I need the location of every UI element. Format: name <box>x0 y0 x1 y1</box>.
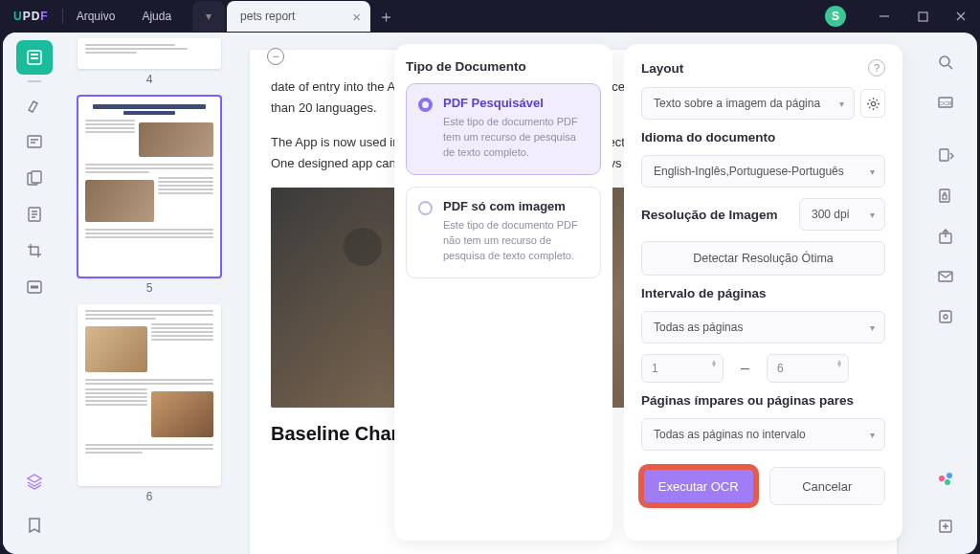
search-icon[interactable] <box>929 46 962 78</box>
close-window-button[interactable] <box>942 3 980 30</box>
svg-point-23 <box>871 101 875 105</box>
gear-icon[interactable] <box>860 89 885 118</box>
svg-point-21 <box>945 479 950 485</box>
tab-title: pets report <box>240 10 295 23</box>
workspace: 4 5 6 − date of entry into the App Store… <box>3 33 977 554</box>
svg-rect-4 <box>28 136 41 147</box>
option-title: PDF só com imagem <box>443 199 587 213</box>
thumbnails-icon[interactable] <box>16 40 53 75</box>
maximize-button[interactable] <box>903 3 942 30</box>
radio-icon <box>418 98 433 112</box>
help-icon[interactable]: ? <box>868 59 885 77</box>
bookmark-icon[interactable] <box>16 508 53 543</box>
ocr-settings-column: Layout ? Texto sobre a imagem da página … <box>624 44 902 541</box>
language-label: Idioma do documento <box>641 130 885 144</box>
share-icon[interactable] <box>929 220 962 253</box>
ocr-doctype-column: Tipo de Documento PDF Pesquisável Este t… <box>394 44 612 541</box>
parity-label: Páginas ímpares ou páginas pares <box>641 393 885 408</box>
page-from-input[interactable]: 1 <box>641 354 724 383</box>
highlighter-icon[interactable] <box>16 88 53 122</box>
layers-icon[interactable] <box>16 464 53 499</box>
cancel-button[interactable]: Cancelar <box>769 467 886 505</box>
left-tool-rail <box>3 33 66 554</box>
page-to-input[interactable]: 6 <box>767 354 849 383</box>
pagerange-label: Intervalo de páginas <box>641 286 885 300</box>
right-tool-rail: OCR <box>914 33 977 554</box>
avatar[interactable]: S <box>825 6 846 27</box>
svg-rect-17 <box>940 311 951 322</box>
range-dash: – <box>741 360 749 377</box>
radio-icon <box>418 201 433 215</box>
page-thumb-6[interactable] <box>78 304 221 486</box>
edit-text-icon[interactable] <box>16 124 53 159</box>
svg-text:OCR: OCR <box>939 100 952 106</box>
tab-home[interactable]: ▾ <box>192 1 225 32</box>
app-logo: UPDF <box>0 10 62 23</box>
rail-divider <box>28 80 41 82</box>
menu-arquivo[interactable]: Arquivo <box>63 10 129 23</box>
doctype-label: Tipo de Documento <box>406 59 601 74</box>
menu-ajuda[interactable]: Ajuda <box>128 10 185 23</box>
detect-resolution-button[interactable]: Detectar Resolução Ótima <box>641 241 885 276</box>
layout-label: Layout <box>641 61 683 76</box>
language-select[interactable]: English-Inglês,Portuguese-Português <box>641 155 885 188</box>
compress-icon[interactable] <box>929 300 962 333</box>
option-title: PDF Pesquisável <box>443 96 587 110</box>
pagerange-select[interactable]: Todas as páginas <box>641 311 885 343</box>
ai-icon[interactable] <box>929 462 962 495</box>
svg-point-20 <box>947 473 952 478</box>
titlebar: UPDF Arquivo Ajuda ▾ pets report × ＋ S <box>0 0 980 33</box>
tab-add[interactable]: ＋ <box>370 1 401 32</box>
svg-rect-2 <box>31 54 38 55</box>
option-desc: Este tipo de documento PDF tem um recurs… <box>443 115 587 161</box>
redact-icon[interactable] <box>16 270 53 304</box>
page-thumb-4[interactable] <box>78 38 221 69</box>
svg-point-9 <box>940 56 949 66</box>
svg-rect-3 <box>31 57 38 59</box>
thumb-label: 6 <box>78 490 221 503</box>
layout-select[interactable]: Texto sobre a imagem da página <box>641 87 855 120</box>
thumb-label: 5 <box>78 281 221 295</box>
crop-icon[interactable] <box>16 233 53 268</box>
svg-rect-0 <box>919 12 927 21</box>
svg-point-19 <box>939 476 945 481</box>
fit-page-icon[interactable] <box>929 510 962 543</box>
form-icon[interactable] <box>16 197 53 232</box>
thumbnail-panel[interactable]: 4 5 6 <box>66 33 233 554</box>
option-desc: Este tipo de documento PDF não tem um re… <box>443 218 587 264</box>
doctype-searchable-option[interactable]: PDF Pesquisável Este tipo de documento P… <box>406 83 601 175</box>
execute-ocr-button[interactable]: Executar OCR <box>641 467 756 505</box>
resolution-select[interactable]: 300 dpi <box>799 198 885 231</box>
svg-rect-6 <box>32 171 41 183</box>
organize-pages-icon[interactable] <box>16 161 53 195</box>
svg-rect-12 <box>940 149 948 161</box>
protect-icon[interactable] <box>929 180 962 212</box>
resolution-label: Resolução de Imagem <box>641 208 778 222</box>
parity-select[interactable]: Todas as páginas no intervalo <box>641 418 885 451</box>
convert-icon[interactable] <box>929 140 962 172</box>
ocr-icon[interactable]: OCR <box>929 86 962 119</box>
svg-point-18 <box>944 315 947 319</box>
minimize-button[interactable] <box>865 3 903 30</box>
svg-rect-14 <box>943 195 947 199</box>
email-icon[interactable] <box>929 260 962 293</box>
tab-document[interactable]: pets report × <box>227 1 370 32</box>
thumb-label: 4 <box>78 73 221 86</box>
doctype-imageonly-option[interactable]: PDF só com imagem Este tipo de documento… <box>406 187 601 278</box>
close-icon[interactable]: × <box>352 9 361 25</box>
svg-rect-16 <box>939 272 952 281</box>
ocr-panel: Tipo de Documento PDF Pesquisável Este t… <box>245 33 914 554</box>
page-thumb-5[interactable] <box>78 96 221 277</box>
